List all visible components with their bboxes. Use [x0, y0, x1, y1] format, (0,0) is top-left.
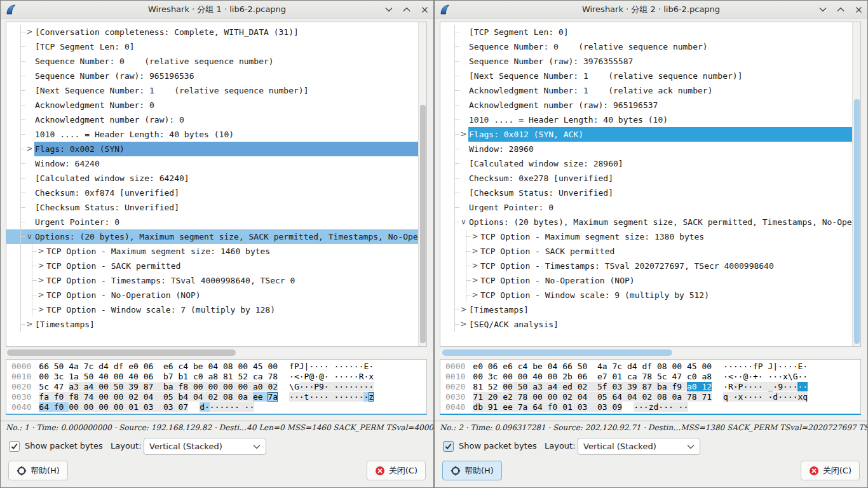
hex-byte[interactable]: f8 — [69, 392, 83, 402]
ascii-char[interactable]: @ — [319, 372, 324, 381]
ascii-char[interactable]: · — [349, 392, 354, 402]
tree-row[interactable]: Acknowledgment number (raw): 965196537 — [440, 98, 852, 112]
layout-select[interactable]: Vertical (Stacked) — [144, 438, 266, 455]
ascii-char[interactable]: · — [289, 372, 294, 381]
expand-icon[interactable]: > — [470, 244, 480, 259]
expand-icon[interactable]: > — [36, 288, 46, 302]
hex-byte[interactable]: d4 — [627, 362, 642, 371]
tree-row[interactable]: Sequence Number: 0 (relative sequence nu… — [440, 39, 852, 54]
hex-byte[interactable]: a8 — [208, 372, 222, 381]
tree-row[interactable]: Acknowledgment number (raw): 0 — [6, 112, 418, 127]
ascii-char[interactable]: · — [369, 382, 374, 391]
expand-icon[interactable]: > — [25, 142, 34, 156]
ascii-char[interactable]: · — [229, 402, 234, 412]
hex-byte[interactable]: 00 — [268, 362, 278, 371]
expand-icon[interactable]: > — [25, 317, 34, 332]
hex-byte[interactable]: ca — [627, 372, 642, 381]
hex-byte[interactable]: a3 — [69, 382, 83, 391]
ascii-char[interactable]: · — [319, 392, 324, 402]
ascii-char[interactable]: · — [803, 372, 808, 381]
hex-byte[interactable]: a8 — [702, 372, 712, 381]
ascii-char[interactable]: · — [369, 362, 374, 371]
tree-row[interactable]: >Flags: 0x002 (SYN) — [6, 142, 418, 156]
ascii-char[interactable]: · — [354, 392, 359, 402]
ascii-char[interactable]: | — [773, 362, 778, 371]
hex-byte[interactable]: 50 — [84, 372, 98, 381]
hex-byte[interactable]: c4 — [179, 362, 193, 371]
hex-byte[interactable]: 7a — [268, 392, 278, 402]
hex-byte[interactable]: 01 — [613, 372, 627, 381]
hex-byte[interactable]: 06 — [578, 372, 597, 381]
hex-byte[interactable]: 40 — [532, 372, 547, 381]
tree-row[interactable]: >TCP Option - Maximum segment size: 1380… — [440, 229, 852, 244]
ascii-char[interactable]: · — [210, 402, 215, 412]
hex-byte[interactable]: 00 — [238, 382, 252, 391]
hex-byte[interactable]: 00 — [98, 392, 113, 402]
tree-row[interactable]: Sequence Number: 0 (relative sequence nu… — [6, 54, 418, 69]
hex-byte[interactable]: e0 — [473, 362, 487, 371]
titlebar[interactable]: Wireshark · 分组 1 · lib6-2.pcapng — [1, 1, 433, 18]
ascii-char[interactable]: · — [224, 402, 229, 412]
hex-byte[interactable]: 40 — [128, 372, 143, 381]
hex-byte[interactable]: b1 — [179, 372, 193, 381]
ascii-char[interactable]: · — [319, 362, 324, 371]
ascii-char[interactable]: · — [733, 382, 738, 391]
tree-vertical-scrollbar[interactable] — [418, 22, 426, 346]
expand-icon[interactable]: > — [470, 259, 480, 273]
ascii-char[interactable]: \ — [289, 382, 294, 391]
ascii-char[interactable]: q — [803, 392, 808, 402]
scrollbar-handle[interactable] — [7, 349, 236, 356]
show-packet-bytes-checkbox[interactable] — [9, 441, 20, 452]
expand-icon[interactable]: > — [25, 25, 34, 39]
hex-byte[interactable]: ee — [503, 402, 517, 412]
ascii-char[interactable]: · — [294, 392, 299, 402]
ascii-char[interactable]: · — [314, 362, 319, 371]
hex-byte[interactable]: e6 — [163, 362, 178, 371]
ascii-char[interactable]: · — [249, 402, 254, 412]
hex-byte[interactable]: 4a — [597, 362, 612, 371]
ascii-char[interactable]: J — [299, 362, 304, 371]
ascii-char[interactable]: d — [200, 402, 205, 412]
hex-byte[interactable]: 00 — [518, 372, 532, 381]
ascii-char[interactable] — [728, 392, 733, 402]
ascii-char[interactable]: · — [788, 392, 793, 402]
show-packet-bytes-label[interactable]: Show packet bytes — [459, 441, 537, 451]
expand-icon[interactable]: > — [470, 273, 480, 288]
hex-byte[interactable]: 00 — [69, 402, 83, 412]
tree-row[interactable]: Urgent Pointer: 0 — [440, 200, 852, 215]
ascii-char[interactable]: · — [354, 382, 359, 391]
ascii-char[interactable]: z — [369, 392, 374, 402]
hex-byte[interactable]: 7a — [518, 402, 532, 412]
ascii-char[interactable]: · — [788, 362, 793, 371]
expand-icon[interactable]: > — [36, 244, 46, 259]
hex-byte[interactable]: 02 — [268, 382, 278, 391]
hex-byte[interactable]: ca — [253, 372, 268, 381]
ascii-char[interactable]: · — [783, 362, 788, 371]
ascii-char[interactable]: · — [299, 382, 304, 391]
hex-row[interactable]: 001000 3c 00 00 40 00 2b 06 e7 01 ca 78 … — [445, 372, 860, 382]
hex-byte[interactable]: 05 — [597, 392, 612, 402]
close-dialog-button[interactable]: 关闭(C) — [801, 461, 860, 480]
tree-row[interactable]: >TCP Option - SACK permitted — [6, 259, 418, 273]
hex-byte[interactable]: 87 — [144, 382, 163, 391]
hex-byte[interactable]: 66 — [562, 362, 577, 371]
expand-icon[interactable]: > — [36, 302, 46, 317]
hex-byte[interactable]: 2b — [562, 372, 577, 381]
hex-row[interactable]: 003071 20 e2 78 00 00 02 04 05 64 04 02 … — [445, 392, 860, 402]
hex-byte[interactable]: 08 — [223, 392, 238, 402]
tree-row[interactable]: >TCP Option - Window scale: 9 (multiply … — [440, 288, 852, 302]
hex-byte[interactable]: 00 — [503, 372, 517, 381]
ascii-char[interactable]: · — [778, 392, 783, 402]
hex-byte[interactable]: 00 — [193, 382, 208, 391]
tree-row[interactable]: Window: 28960 — [440, 142, 852, 156]
hex-byte[interactable]: 12 — [702, 382, 712, 391]
minimize-button[interactable] — [818, 4, 828, 15]
hex-byte[interactable]: 87 — [642, 382, 656, 391]
hex-byte[interactable]: 47 — [54, 382, 69, 391]
ascii-char[interactable]: · — [324, 362, 334, 371]
ascii-char[interactable]: · — [658, 402, 663, 412]
hex-byte[interactable]: 0a — [672, 392, 686, 402]
hex-byte[interactable]: d4 — [98, 362, 113, 371]
tree-vertical-scrollbar[interactable] — [852, 22, 860, 346]
expand-icon[interactable]: > — [36, 259, 46, 273]
